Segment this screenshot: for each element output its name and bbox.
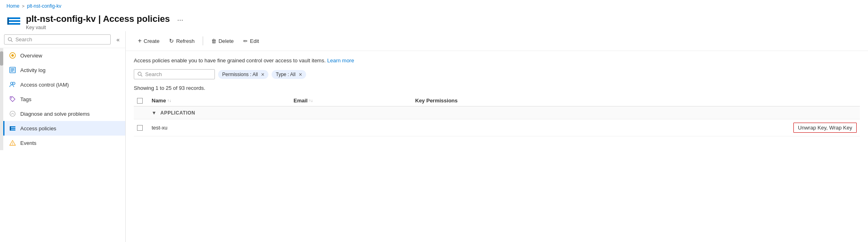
type-filter-label: Type : All <box>276 72 296 77</box>
row-name: test-xu <box>148 119 290 136</box>
breadcrumb-sep: > <box>22 4 24 8</box>
events-icon <box>9 139 16 146</box>
edit-button[interactable]: ✏ Edit <box>239 36 263 46</box>
delete-label: Delete <box>219 38 234 44</box>
th-name: Name ↑↓ <box>148 95 290 106</box>
svg-rect-3 <box>7 17 9 25</box>
toolbar: + Create ↻ Refresh 🗑 Delete ✏ Edit <box>126 31 868 51</box>
name-sort-icon: ↑↓ <box>167 98 171 103</box>
sidebar-item-events-label: Events <box>20 140 36 146</box>
content-area: + Create ↻ Refresh 🗑 Delete ✏ Edit Acces… <box>126 31 868 242</box>
th-key-permissions: Key Permissions <box>412 95 860 106</box>
svg-rect-2 <box>7 23 20 25</box>
key-perm-col-label: Key Permissions <box>415 98 458 104</box>
email-sort[interactable]: Email ↑↓ <box>294 98 313 104</box>
sidebar-item-diagnose-label: Diagnose and solve problems <box>20 111 90 117</box>
refresh-button[interactable]: ↻ Refresh <box>165 36 199 46</box>
create-icon: + <box>138 37 141 45</box>
content-body: Access policies enable you to have fine … <box>126 51 868 242</box>
section-name: APPLICATION <box>161 110 195 116</box>
section-chevron-icon[interactable]: ▼ <box>152 110 156 116</box>
description-text: Access policies enable you to have fine … <box>134 57 860 64</box>
sidebar: « Overview <box>0 31 126 242</box>
svg-point-4 <box>8 37 11 40</box>
select-all-checkbox[interactable] <box>137 98 143 104</box>
sidebar-search-input[interactable] <box>15 36 107 42</box>
filter-bar: Permissions : All × Type : All × <box>134 69 860 79</box>
learn-more-link[interactable]: Learn more <box>327 57 354 64</box>
sidebar-item-diagnose[interactable]: Diagnose and solve problems <box>3 106 125 121</box>
row-checkbox-cell[interactable] <box>134 119 148 136</box>
svg-point-23 <box>12 144 13 145</box>
iam-icon <box>9 81 16 88</box>
refresh-icon: ↻ <box>169 38 174 44</box>
breadcrumb: Home > plt-nst-config-kv <box>0 0 868 12</box>
sidebar-item-overview[interactable]: Overview <box>3 48 125 63</box>
page-title: plt-nst-config-kv | Access policies <box>26 14 170 24</box>
name-sort[interactable]: Name ↑↓ <box>152 98 171 104</box>
permissions-filter-close[interactable]: × <box>261 71 264 78</box>
access-policies-icon <box>9 125 16 132</box>
section-row-application: ▼ APPLICATION <box>134 106 860 119</box>
sidebar-item-access-policies-label: Access policies <box>20 125 56 132</box>
activity-log-icon <box>9 66 16 74</box>
section-label-application[interactable]: ▼ APPLICATION <box>148 106 860 119</box>
records-count: Showing 1 to 25 of 93 records. <box>134 85 860 91</box>
breadcrumb-resource[interactable]: plt-nst-config-kv <box>27 3 61 9</box>
svg-rect-0 <box>7 17 20 19</box>
sidebar-item-overview-label: Overview <box>20 53 42 59</box>
type-filter-tag[interactable]: Type : All × <box>272 70 306 79</box>
edit-label: Edit <box>250 38 259 44</box>
sidebar-item-tags[interactable]: Tags <box>3 92 125 106</box>
more-options-icon[interactable]: ··· <box>177 16 183 24</box>
page-header: plt-nst-config-kv | Access policies Key … <box>0 12 868 31</box>
sidebar-item-tags-label: Tags <box>20 96 31 102</box>
svg-rect-20 <box>10 126 11 131</box>
overview-icon <box>9 52 16 59</box>
row-checkbox[interactable] <box>137 125 143 131</box>
access-policies-table: Name ↑↓ Email ↑↓ Key Permissions <box>134 95 860 136</box>
sidebar-item-access-policies[interactable]: Access policies <box>3 121 125 136</box>
filter-search-input[interactable] <box>145 71 202 77</box>
tags-icon <box>9 96 16 103</box>
page-subtitle: Key vault <box>26 25 170 30</box>
th-email: Email ↑↓ <box>290 95 412 106</box>
sidebar-list: Overview Activity log <box>3 48 125 150</box>
permissions-filter-tag[interactable]: Permissions : All × <box>218 70 268 79</box>
create-label: Create <box>144 38 159 44</box>
svg-point-7 <box>11 54 14 57</box>
svg-rect-1 <box>7 20 20 22</box>
search-icon <box>8 37 13 42</box>
sidebar-item-activity-log[interactable]: Activity log <box>3 63 125 77</box>
row-key-permissions: Unwrap Key, Wrap Key <box>412 119 860 136</box>
resource-icon <box>6 16 21 29</box>
filter-search-icon <box>137 72 143 77</box>
type-filter-close[interactable]: × <box>299 71 302 78</box>
permissions-filter-label: Permissions : All <box>222 72 258 77</box>
sidebar-item-access-control[interactable]: Access control (IAM) <box>3 77 125 92</box>
key-permissions-value: Unwrap Key, Wrap Key <box>793 123 857 133</box>
name-col-label: Name <box>152 98 166 104</box>
table-row: test-xu Unwrap Key, Wrap Key <box>134 119 860 136</box>
page-title-block: plt-nst-config-kv | Access policies Key … <box>26 14 170 30</box>
email-sort-icon: ↑↓ <box>309 98 313 103</box>
sidebar-item-activity-log-label: Activity log <box>20 67 45 73</box>
breadcrumb-home[interactable]: Home <box>6 3 19 9</box>
svg-point-15 <box>11 98 12 98</box>
sidebar-collapse-button[interactable]: « <box>115 36 121 44</box>
filter-search-wrap[interactable] <box>134 69 215 79</box>
sidebar-search-area: « <box>0 31 125 48</box>
sidebar-item-events[interactable]: Events <box>3 136 125 150</box>
svg-point-24 <box>138 72 141 75</box>
delete-button[interactable]: 🗑 Delete <box>207 36 238 46</box>
create-button[interactable]: + Create <box>134 35 163 47</box>
sidebar-search-wrap[interactable] <box>4 34 111 45</box>
diagnose-icon <box>9 110 16 117</box>
th-select-all[interactable] <box>134 95 148 106</box>
delete-icon: 🗑 <box>211 38 216 44</box>
sidebar-item-iam-label: Access control (IAM) <box>20 82 69 88</box>
email-col-label: Email <box>294 98 308 104</box>
refresh-label: Refresh <box>176 38 195 44</box>
svg-line-5 <box>11 40 12 42</box>
svg-line-25 <box>141 75 142 76</box>
